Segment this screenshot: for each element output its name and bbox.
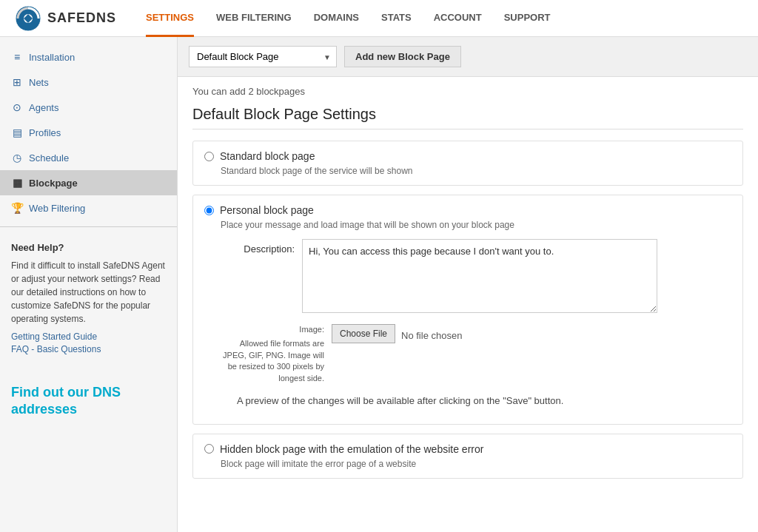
file-input-group: Choose File No file chosen bbox=[332, 324, 462, 343]
nav-web-filtering[interactable]: WEB FILTERING bbox=[216, 0, 292, 37]
file-name: No file chosen bbox=[401, 326, 462, 341]
getting-started-link[interactable]: Getting Started Guide bbox=[11, 331, 166, 342]
profiles-icon: ▤ bbox=[11, 127, 23, 138]
hidden-option-block: Hidden block page with the emulation of … bbox=[192, 434, 743, 479]
standard-description: Standard block page of the service will … bbox=[221, 166, 731, 176]
image-label-block: Image: Allowed file formats are JPEG, GI… bbox=[221, 324, 324, 384]
main-content: Default Block Page Add new Block Page Yo… bbox=[178, 37, 758, 532]
personal-radio[interactable] bbox=[204, 206, 214, 215]
need-help-title: Need Help? bbox=[11, 242, 166, 253]
section-title: Default Block Page Settings bbox=[192, 106, 743, 129]
agents-icon: ⊙ bbox=[11, 101, 23, 113]
standard-option-block: Standard block page Standard block page … bbox=[192, 141, 743, 186]
blockpage-dropdown-wrapper: Default Block Page bbox=[189, 46, 337, 67]
blockpage-dropdown[interactable]: Default Block Page bbox=[189, 46, 337, 67]
web-filtering-icon: 🏆 bbox=[11, 202, 23, 214]
nav-support[interactable]: SUPPORT bbox=[504, 0, 551, 37]
need-help-section: Need Help? Find it difficult to install … bbox=[0, 233, 177, 366]
image-label: Image: bbox=[221, 324, 324, 335]
layout: ≡ Installation ⊞ Nets ⊙ Agents ▤ Profile… bbox=[0, 37, 758, 532]
description-row: Description: Hi, You can access this pag… bbox=[221, 239, 731, 313]
nav-account[interactable]: ACCOUNT bbox=[434, 0, 482, 37]
schedule-icon: ◷ bbox=[11, 152, 23, 164]
nets-icon: ⊞ bbox=[11, 76, 23, 88]
sidebar-item-schedule[interactable]: ◷ Schedule bbox=[0, 145, 177, 170]
main-nav: SETTINGS WEB FILTERING DOMAINS STATS ACC… bbox=[146, 0, 551, 37]
description-textarea[interactable]: Hi, You can access this page because I d… bbox=[302, 239, 657, 313]
blockpage-icon: ▦ bbox=[11, 177, 23, 189]
personal-option-body: Description: Hi, You can access this pag… bbox=[221, 239, 731, 406]
standard-radio[interactable] bbox=[204, 152, 214, 161]
dns-banner: Find out our DNS addresses bbox=[0, 373, 177, 430]
sidebar-item-installation[interactable]: ≡ Installation bbox=[0, 44, 177, 70]
sidebar-divider bbox=[0, 226, 177, 227]
hidden-description: Block page will imitate the error page o… bbox=[221, 459, 731, 469]
blockpage-info: You can add 2 blockpages bbox=[192, 86, 743, 97]
nav-stats[interactable]: STATS bbox=[381, 0, 412, 37]
standard-label[interactable]: Standard block page bbox=[220, 150, 315, 162]
description-label: Description: bbox=[221, 239, 295, 255]
need-help-text: Find it difficult to install SafeDNS Age… bbox=[11, 259, 166, 326]
choose-file-button[interactable]: Choose File bbox=[332, 324, 395, 343]
sidebar-item-profiles[interactable]: ▤ Profiles bbox=[0, 120, 177, 145]
hidden-option-header: Hidden block page with the emulation of … bbox=[204, 443, 731, 455]
preview-note: A preview of the changes will be availab… bbox=[237, 395, 731, 406]
standard-option-header: Standard block page bbox=[204, 150, 731, 162]
sidebar-item-nets[interactable]: ⊞ Nets bbox=[0, 70, 177, 95]
faq-link[interactable]: FAQ - Basic Questions bbox=[11, 344, 166, 354]
logo: SAFEDNS bbox=[15, 5, 116, 32]
hidden-radio[interactable] bbox=[204, 444, 214, 454]
personal-description: Place your message and load image that w… bbox=[221, 220, 731, 230]
personal-option-header: Personal block page bbox=[204, 204, 731, 216]
sidebar-item-web-filtering[interactable]: 🏆 Web Filtering bbox=[0, 195, 177, 220]
header: SAFEDNS SETTINGS WEB FILTERING DOMAINS S… bbox=[0, 0, 758, 37]
image-sublabel: Allowed file formats are JPEG, GIF, PNG.… bbox=[221, 338, 324, 384]
logo-icon bbox=[15, 5, 41, 32]
personal-label[interactable]: Personal block page bbox=[220, 204, 314, 216]
personal-option-block: Personal block page Place your message a… bbox=[192, 195, 743, 425]
sidebar-item-blockpage[interactable]: ▦ Blockpage bbox=[0, 170, 177, 195]
sidebar-item-agents[interactable]: ⊙ Agents bbox=[0, 95, 177, 120]
settings-content: You can add 2 blockpages Default Block P… bbox=[178, 77, 758, 496]
image-row: Image: Allowed file formats are JPEG, GI… bbox=[221, 324, 731, 384]
toolbar: Default Block Page Add new Block Page bbox=[178, 37, 758, 77]
installation-icon: ≡ bbox=[11, 51, 23, 63]
nav-settings[interactable]: SETTINGS bbox=[146, 0, 194, 37]
sidebar: ≡ Installation ⊞ Nets ⊙ Agents ▤ Profile… bbox=[0, 37, 178, 532]
nav-domains[interactable]: DOMAINS bbox=[314, 0, 359, 37]
hidden-label[interactable]: Hidden block page with the emulation of … bbox=[220, 443, 483, 455]
add-new-block-page-button[interactable]: Add new Block Page bbox=[344, 46, 461, 67]
dns-banner-title: Find out our DNS addresses bbox=[11, 384, 166, 419]
logo-text: SAFEDNS bbox=[47, 10, 116, 26]
